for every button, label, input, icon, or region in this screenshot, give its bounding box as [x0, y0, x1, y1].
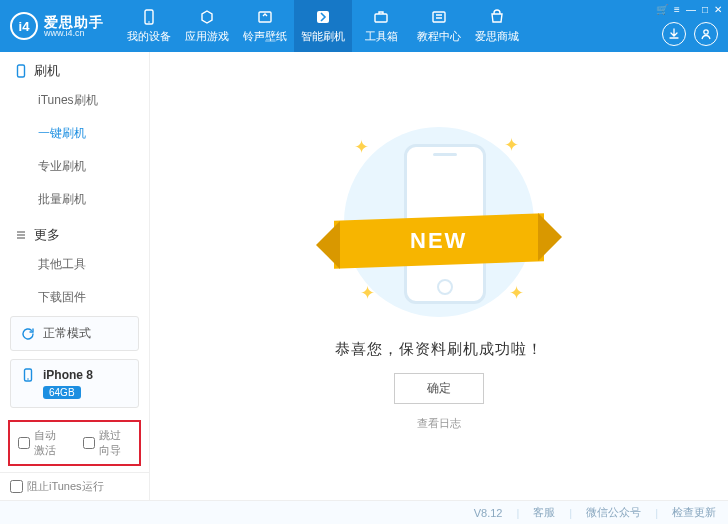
title-bar: i4 爱思助手 www.i4.cn 我的设备应用游戏铃声壁纸智能刷机工具箱教程中…	[0, 0, 728, 52]
success-illustration: ✦✦✦✦ NEW	[334, 122, 544, 322]
new-ribbon: NEW	[334, 213, 544, 268]
skip-guide-checkbox[interactable]: 跳过向导	[83, 428, 132, 458]
options-highlight: 自动激活 跳过向导	[8, 420, 141, 466]
topnav-label: 教程中心	[417, 29, 461, 44]
topnav-tutorial[interactable]: 教程中心	[410, 0, 468, 52]
svg-rect-3	[317, 11, 329, 23]
svg-rect-4	[375, 14, 387, 22]
topnav-ringtone[interactable]: 铃声壁纸	[236, 0, 294, 52]
device-name: iPhone 8	[43, 368, 93, 382]
tutorial-icon	[430, 8, 448, 26]
group-title: 刷机	[34, 62, 60, 80]
success-message: 恭喜您，保资料刷机成功啦！	[335, 340, 543, 359]
wechat-link[interactable]: 微信公众号	[586, 505, 641, 520]
device-panel[interactable]: iPhone 8 64GB	[10, 359, 139, 408]
topnav-label: 应用游戏	[185, 29, 229, 44]
sidebar-group-more[interactable]: 更多	[0, 216, 149, 248]
menu-icon[interactable]: ≡	[674, 4, 680, 15]
sidebar-group-phone[interactable]: 刷机	[0, 52, 149, 84]
svg-rect-5	[433, 12, 445, 22]
topnav-label: 铃声壁纸	[243, 29, 287, 44]
minimize-button[interactable]: —	[686, 4, 696, 15]
app-subtitle: www.i4.cn	[44, 29, 104, 38]
cart-icon[interactable]: 🛒	[656, 4, 668, 15]
ringtone-icon	[256, 8, 274, 26]
sidebar-item-pro[interactable]: 专业刷机	[0, 150, 149, 183]
main-content: ✦✦✦✦ NEW 恭喜您，保资料刷机成功啦！ 确定 查看日志	[150, 52, 728, 500]
sidebar: 刷机iTunes刷机一键刷机专业刷机批量刷机更多其他工具下载固件高级功能 正常模…	[0, 52, 150, 500]
toolbox-icon	[372, 8, 390, 26]
sidebar-item-other[interactable]: 其他工具	[0, 248, 149, 281]
version-label: V8.12	[474, 507, 503, 519]
svg-point-6	[704, 30, 708, 34]
topnav-device[interactable]: 我的设备	[120, 0, 178, 52]
apps-icon	[198, 8, 216, 26]
maximize-button[interactable]: □	[702, 4, 708, 15]
phone-icon	[14, 64, 28, 78]
mode-panel[interactable]: 正常模式	[10, 316, 139, 351]
topnav-label: 我的设备	[127, 29, 171, 44]
phone-icon	[21, 368, 35, 382]
close-button[interactable]: ✕	[714, 4, 722, 15]
sidebar-item-onekey[interactable]: 一键刷机	[0, 117, 149, 150]
auto-activate-checkbox[interactable]: 自动激活	[18, 428, 67, 458]
window-controls: 🛒 ≡ — □ ✕	[656, 4, 722, 15]
ok-button[interactable]: 确定	[394, 373, 484, 404]
logo-icon: i4	[10, 12, 38, 40]
update-link[interactable]: 检查更新	[672, 505, 716, 520]
more-icon	[14, 228, 28, 242]
topnav-label: 爱思商城	[475, 29, 519, 44]
svg-point-1	[148, 21, 150, 23]
app-logo: i4 爱思助手 www.i4.cn	[0, 12, 114, 40]
mode-label: 正常模式	[43, 325, 91, 342]
flash-icon	[314, 8, 332, 26]
top-nav: 我的设备应用游戏铃声壁纸智能刷机工具箱教程中心爱思商城	[120, 0, 526, 52]
svg-point-9	[27, 378, 29, 380]
mall-icon	[488, 8, 506, 26]
user-icon[interactable]	[694, 22, 718, 46]
sidebar-item-firmware[interactable]: 下载固件	[0, 281, 149, 308]
status-bar: V8.12| 客服| 微信公众号| 检查更新	[0, 500, 728, 524]
refresh-icon	[21, 327, 35, 341]
topnav-label: 智能刷机	[301, 29, 345, 44]
block-itunes-checkbox[interactable]: 阻止iTunes运行	[0, 472, 149, 500]
download-icon[interactable]	[662, 22, 686, 46]
topnav-apps[interactable]: 应用游戏	[178, 0, 236, 52]
group-title: 更多	[34, 226, 60, 244]
svg-rect-7	[18, 65, 25, 77]
support-link[interactable]: 客服	[533, 505, 555, 520]
app-title: 爱思助手	[44, 15, 104, 29]
sidebar-item-batch[interactable]: 批量刷机	[0, 183, 149, 216]
topnav-flash[interactable]: 智能刷机	[294, 0, 352, 52]
device-icon	[140, 8, 158, 26]
storage-badge: 64GB	[43, 386, 81, 399]
view-log-link[interactable]: 查看日志	[417, 416, 461, 431]
topnav-mall[interactable]: 爱思商城	[468, 0, 526, 52]
sidebar-item-itunes[interactable]: iTunes刷机	[0, 84, 149, 117]
topnav-toolbox[interactable]: 工具箱	[352, 0, 410, 52]
topnav-label: 工具箱	[365, 29, 398, 44]
